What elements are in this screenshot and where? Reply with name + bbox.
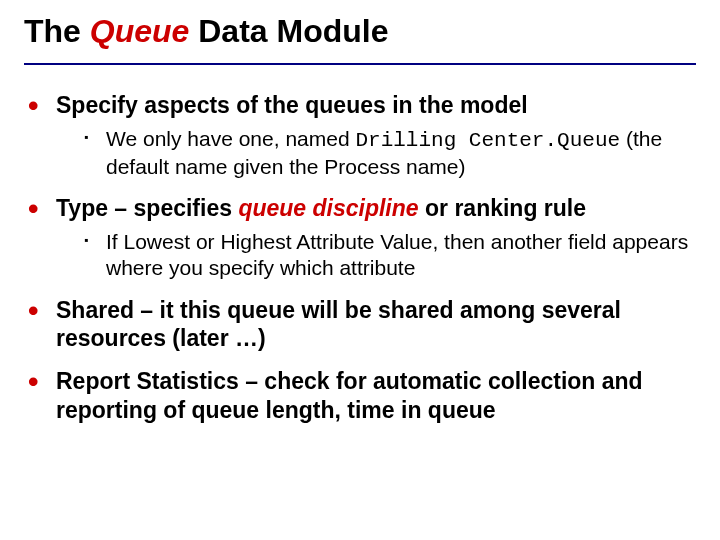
slide-title: The Queue Data Module <box>24 14 696 65</box>
bullet-1-sub-1: We only have one, named Drilling Center.… <box>84 126 692 181</box>
bullet-1: Specify aspects of the queues in the mod… <box>28 91 692 180</box>
bullet-1-text: Specify aspects of the queues in the mod… <box>56 92 528 118</box>
title-emph: Queue <box>90 13 190 49</box>
bullet-2-emph: queue discipline <box>238 195 418 221</box>
title-post: Data Module <box>189 13 388 49</box>
slide: The Queue Data Module Specify aspects of… <box>0 0 720 540</box>
bullet-2-pre: Type – specifies <box>56 195 238 221</box>
bullet-2: Type – specifies queue discipline or ran… <box>28 194 692 281</box>
bullet-2-post: or ranking rule <box>419 195 586 221</box>
bullet-list: Specify aspects of the queues in the mod… <box>24 91 696 425</box>
bullet-1-sublist: We only have one, named Drilling Center.… <box>56 126 692 181</box>
title-pre: The <box>24 13 90 49</box>
bullet-3-text: Shared – it this queue will be shared am… <box>56 297 621 352</box>
bullet-2-sub-1: If Lowest or Highest Attribute Value, th… <box>84 229 692 282</box>
bullet-3: Shared – it this queue will be shared am… <box>28 296 692 354</box>
bullet-4-text: Report Statistics – check for automatic … <box>56 368 643 423</box>
bullet-4: Report Statistics – check for automatic … <box>28 367 692 425</box>
bullet-2-sub-1-text: If Lowest or Highest Attribute Value, th… <box>106 230 688 279</box>
bullet-1-sub-1-code: Drilling Center.Queue <box>355 129 620 152</box>
bullet-2-sublist: If Lowest or Highest Attribute Value, th… <box>56 229 692 282</box>
bullet-1-sub-1-pre: We only have one, named <box>106 127 355 150</box>
